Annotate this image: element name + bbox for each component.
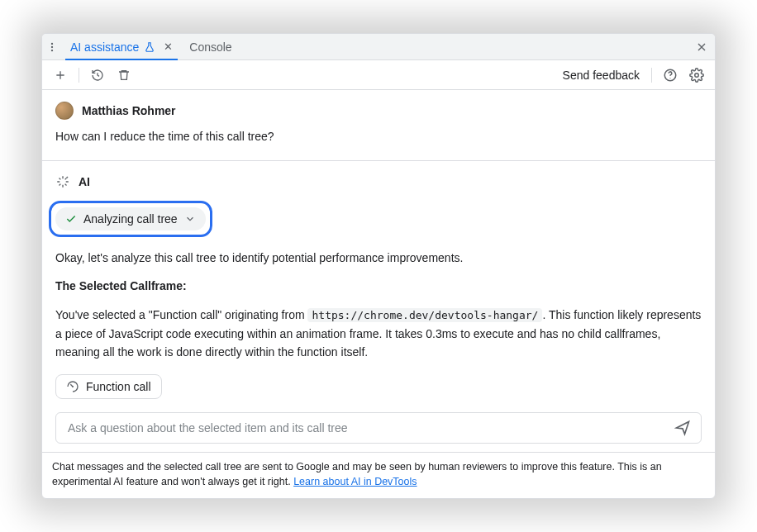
help-icon xyxy=(663,68,678,83)
toolbar-divider xyxy=(651,68,652,83)
history-button[interactable] xyxy=(86,64,109,87)
new-chat-button[interactable] xyxy=(49,64,72,87)
check-icon xyxy=(65,213,77,225)
status-highlight: Analyzing call tree xyxy=(49,201,212,237)
tab-label: AI assistance xyxy=(70,40,139,54)
tab-bar: AI assistance ✕ Console xyxy=(42,34,715,60)
devtools-panel: AI assistance ✕ Console Send feedback xyxy=(41,33,716,499)
prompt-input-row xyxy=(55,412,702,444)
trash-icon xyxy=(117,69,131,82)
chevron-down-icon xyxy=(184,213,196,225)
svg-point-0 xyxy=(51,42,53,44)
ai-heading-text: The Selected Callframe: xyxy=(55,279,187,292)
svg-point-5 xyxy=(695,73,699,77)
ai-body: You've selected a "Function call" origin… xyxy=(55,306,702,362)
disclaimer-footer: Chat messages and the selected call tree… xyxy=(42,452,715,497)
send-icon xyxy=(674,420,691,436)
gauge-icon xyxy=(66,380,79,393)
user-name: Matthias Rohmer xyxy=(82,104,176,117)
avatar xyxy=(55,102,74,120)
svg-point-4 xyxy=(669,78,670,78)
svg-point-2 xyxy=(51,49,53,50)
ai-heading: The Selected Callframe: xyxy=(55,277,702,295)
svg-point-6 xyxy=(72,386,74,387)
send-feedback-button[interactable]: Send feedback xyxy=(558,69,645,82)
close-panel-button[interactable] xyxy=(688,40,715,54)
tab-console[interactable]: Console xyxy=(181,34,240,59)
toolbar: Send feedback xyxy=(42,60,715,90)
ai-label: AI xyxy=(79,175,90,188)
flask-icon xyxy=(144,41,155,53)
send-button[interactable] xyxy=(671,416,694,439)
settings-button[interactable] xyxy=(685,64,708,87)
plus-icon xyxy=(54,69,67,82)
more-tabs-button[interactable] xyxy=(42,41,62,53)
svg-point-1 xyxy=(51,45,53,47)
separator xyxy=(42,160,715,161)
toolbar-divider xyxy=(79,68,79,83)
delete-button[interactable] xyxy=(112,64,136,87)
ai-body-code: https://chrome.dev/devtools-hangar/ xyxy=(307,308,542,322)
prompt-input[interactable] xyxy=(66,420,671,435)
kebab-icon xyxy=(46,41,58,53)
ai-header: AI xyxy=(55,174,702,189)
analyzing-chip[interactable]: Analyzing call tree xyxy=(55,207,206,230)
chat-content: Matthias Rohmer How can I reduce the tim… xyxy=(42,90,715,412)
function-call-label: Function call xyxy=(86,380,151,393)
function-call-chip[interactable]: Function call xyxy=(55,374,162,399)
gear-icon xyxy=(689,68,704,83)
help-button[interactable] xyxy=(659,64,682,87)
learn-more-link[interactable]: Learn about AI in DevTools xyxy=(293,476,417,487)
close-tab-button[interactable]: ✕ xyxy=(164,40,173,53)
history-icon xyxy=(91,69,104,82)
status-label: Analyzing call tree xyxy=(83,212,178,226)
tab-ai-assistance[interactable]: AI assistance ✕ xyxy=(62,34,181,59)
ai-body-pre: You've selected a "Function call" origin… xyxy=(55,308,307,321)
sparkle-icon xyxy=(55,174,70,189)
user-header: Matthias Rohmer xyxy=(55,102,702,120)
user-message: How can I reduce the time of this call t… xyxy=(55,128,702,145)
ai-intro: Okay, let's analyze this call tree to id… xyxy=(55,249,702,267)
tab-label: Console xyxy=(189,40,231,54)
close-icon xyxy=(695,40,708,54)
